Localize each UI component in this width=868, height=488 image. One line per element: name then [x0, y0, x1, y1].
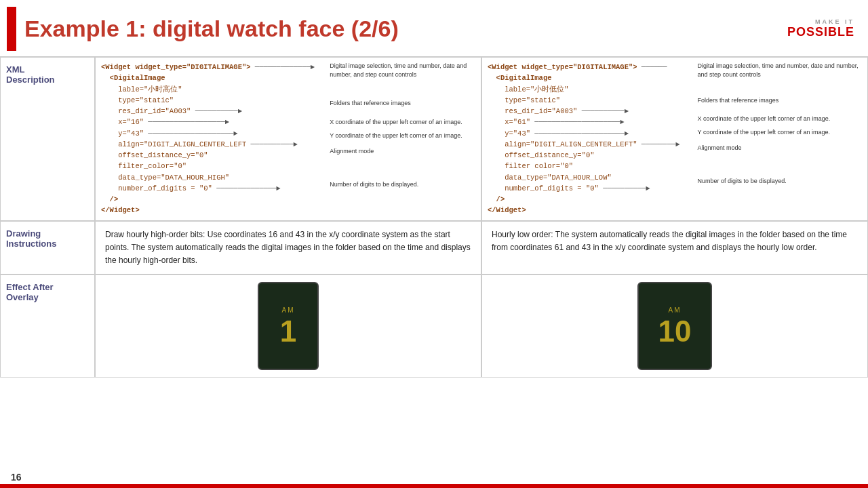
watch-face-1: AM 1	[258, 282, 319, 370]
page-number: 16	[11, 472, 22, 483]
drawing-col1: Draw hourly high-order bits: Use coordin…	[95, 221, 481, 275]
annot-x-2: X coordinate of the upper left corner of…	[698, 115, 862, 123]
logo-make-it: MAKE IT	[815, 18, 854, 25]
red-bottom-bar	[0, 484, 868, 488]
watch-digit-1: 1	[280, 317, 296, 346]
main-table: XML Description <Widget widget_type="DIG…	[0, 56, 868, 378]
logo-possible: POSSIBLE	[787, 25, 854, 39]
xml-col2: <Widget widget_type="DIGITALIMAGE"> ────…	[481, 57, 868, 221]
header: Example 1: digital watch face (2/6) MAKE…	[0, 0, 868, 56]
effect-col1: AM 1	[95, 274, 481, 378]
annot-y-2: Y coordinate of the upper left corner of…	[698, 128, 862, 137]
annot-top-2: Digital image selection, time and number…	[698, 62, 862, 79]
logo-area: MAKE IT POSSIBLE	[787, 18, 854, 39]
annot-res-1: Folders that reference images	[330, 99, 475, 108]
drawing-instructions-label: Drawing Instructions	[0, 221, 95, 275]
red-bar-accent	[7, 7, 16, 51]
watch-am-2: AM	[669, 306, 682, 314]
drawing-col2: Hourly low order: The system automatical…	[481, 221, 868, 275]
header-left: Example 1: digital watch face (2/6)	[7, 7, 399, 51]
xml-description-label: XML Description	[0, 57, 95, 221]
annot-align-2: Alignment mode	[698, 144, 862, 152]
annot-res-2: Folders that reference images	[698, 96, 862, 105]
watch-face-2: AM 10	[637, 282, 712, 370]
effect-overlay-label: Effect After Overlay	[0, 274, 95, 378]
annot-align-1: Alignment mode	[330, 147, 475, 156]
annot-top-1: Digital image selection, time and number…	[330, 62, 475, 79]
annot-y-1: Y coordinate of the upper left corner of…	[330, 131, 475, 140]
page-title: Example 1: digital watch face (2/6)	[24, 16, 399, 42]
annot-x-1: X coordinate of the upper left corner of…	[330, 118, 475, 127]
effect-col2: AM 10	[481, 274, 868, 378]
annot-digits-1: Number of digits to be displayed.	[330, 180, 475, 189]
annot-digits-2: Number of digits to be displayed.	[698, 177, 862, 186]
xml-widget-open-1: <Widget widget_type="DIGITALIMAGE">	[101, 63, 251, 71]
watch-am-1: AM	[282, 306, 295, 314]
watch-digit-2: 10	[658, 317, 692, 346]
xml-col1: <Widget widget_type="DIGITALIMAGE"> ────…	[95, 57, 481, 221]
